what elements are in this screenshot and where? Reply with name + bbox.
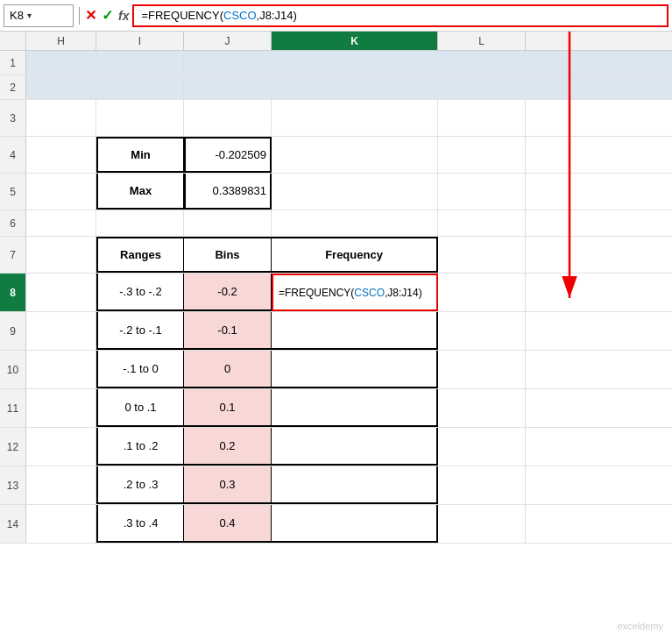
cell-k5[interactable] [272,174,438,210]
col-header-j[interactable]: J [184,32,272,50]
cell-i13-range[interactable]: .2 to .3 [96,466,184,504]
cell-j13-bin[interactable]: 0.3 [184,466,272,504]
grid-row: 14 .3 to .4 0.4 [0,505,672,544]
cell-l4[interactable] [438,137,526,173]
cell-j11-bin[interactable]: 0.1 [184,389,272,427]
grid-row: 10 -.1 to 0 0 [0,351,672,389]
cell-j5[interactable]: 0.3389831 [184,174,272,210]
cell-l13[interactable] [438,466,526,504]
col-header-i[interactable]: I [96,32,184,50]
cell-i7-ranges-header[interactable]: Ranges [96,237,184,273]
cell-i11-range[interactable]: 0 to .1 [96,389,184,427]
cell-h13[interactable] [26,466,96,504]
max-label: Max [130,184,152,197]
cell-h9[interactable] [26,312,96,350]
cell-h8[interactable] [26,274,96,311]
cell-l5[interactable] [438,174,526,210]
cell-i6[interactable] [96,210,184,236]
row-number: 7 [0,237,26,273]
cell-k10[interactable] [272,351,438,388]
cell-k4[interactable] [272,137,438,173]
row-number: 1 [0,51,26,75]
cell-k11[interactable] [272,389,438,427]
cell-j14-bin[interactable]: 0.4 [184,505,272,543]
formula-prefix: =FREQUENCY( [141,9,223,22]
spreadsheet-grid: 1 2 3 4 Min -0.202509 [0,51,672,544]
cell-h14[interactable] [26,505,96,543]
grid-row: 12 .1 to .2 0.2 [0,428,672,466]
cell-k12[interactable] [272,428,438,466]
cell-l3[interactable] [438,100,526,136]
cell-j6[interactable] [184,210,272,236]
cell-l11[interactable] [438,389,526,427]
bin-row11: 0.1 [219,401,235,414]
cell-h6[interactable] [26,210,96,236]
cell-i9-range[interactable]: -.2 to -.1 [96,312,184,350]
cell-k6[interactable] [272,210,438,236]
bin-row12: 0.2 [219,439,235,452]
cell-l9[interactable] [438,312,526,350]
cell-k7-freq-header[interactable]: Frequency [272,237,438,273]
formula-csco-ref: CSCO [223,9,257,22]
cell-l2[interactable] [438,75,526,99]
cell-j4[interactable]: -0.202509 [184,137,272,173]
cancel-icon[interactable]: ✕ [85,7,96,24]
cell-h7[interactable] [26,237,96,273]
cell-l14[interactable] [438,505,526,543]
col-header-k[interactable]: K [272,32,438,50]
cell-ref-box[interactable]: K8 ▾ [4,4,74,27]
cell-k9[interactable] [272,312,438,350]
cell-l12[interactable] [438,428,526,466]
cell-h11[interactable] [26,389,96,427]
cell-h3[interactable] [26,100,96,136]
row-number: 6 [0,210,26,236]
cell-i5[interactable]: Max [96,174,184,210]
confirm-icon[interactable]: ✓ [102,7,113,24]
cell-j7-bins-header[interactable]: Bins [184,237,272,273]
column-headers: H I J K L [0,32,672,51]
cell-h10[interactable] [26,351,96,388]
cell-j3[interactable] [184,100,272,136]
row-number: 5 [0,174,26,210]
max-value: 0.3389831 [213,184,266,197]
min-label: Min [131,148,150,161]
cell-k14[interactable] [272,505,438,543]
fx-icon[interactable]: fx [118,9,129,23]
cell-j8-bin[interactable]: -0.2 [184,274,272,311]
cell-i1[interactable] [96,51,184,75]
cell-i4[interactable]: Min [96,137,184,173]
cell-l8[interactable] [438,274,526,311]
cell-i3[interactable] [96,100,184,136]
cell-i10-range[interactable]: -.1 to 0 [96,351,184,388]
cell-i8-range[interactable]: -.3 to -.2 [96,274,184,311]
cell-k2[interactable] [272,75,438,99]
cell-l7[interactable] [438,237,526,273]
freq-header: Frequency [325,248,383,261]
cell-j12-bin[interactable]: 0.2 [184,428,272,466]
cell-i2[interactable] [96,75,184,99]
cell-j9-bin[interactable]: -0.1 [184,312,272,350]
grid-row: 11 0 to .1 0.1 [0,389,672,428]
cell-h1[interactable] [26,51,96,75]
formula-input[interactable]: =FREQUENCY(CSCO,J8:J14) [132,4,668,27]
cell-k8-formula[interactable]: =FREQUENCY(CSCO,J8:J14) [272,274,438,311]
cell-h12[interactable] [26,428,96,466]
cell-k13[interactable] [272,466,438,504]
cell-l1[interactable] [438,51,526,75]
cell-k1[interactable] [272,51,438,75]
cell-j1[interactable] [184,51,272,75]
bins-header: Bins [215,248,239,261]
cell-l6[interactable] [438,210,526,236]
cell-l10[interactable] [438,351,526,388]
cell-k3[interactable] [272,100,438,136]
cell-h2[interactable] [26,75,96,99]
cell-j10-bin[interactable]: 0 [184,351,272,388]
cell-i12-range[interactable]: .1 to .2 [96,428,184,466]
cell-j2[interactable] [184,75,272,99]
cell-h4[interactable] [26,137,96,173]
cell-i14-range[interactable]: .3 to .4 [96,505,184,543]
cell-h5[interactable] [26,174,96,210]
col-header-h[interactable]: H [26,32,96,50]
col-header-l[interactable]: L [438,32,526,50]
cell-ref-chevron: ▾ [27,11,32,20]
